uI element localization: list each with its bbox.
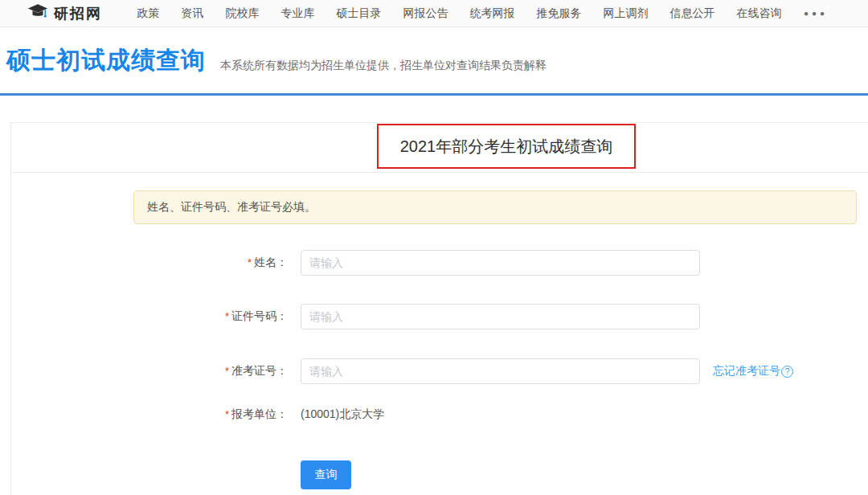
query-card: 2021年部分考生初试成绩查询 姓名、证件号码、准考证号必填。 *姓名： *证件…	[10, 122, 868, 495]
nav-item-online-consult[interactable]: 在线咨询	[737, 6, 782, 21]
forgot-ticket-link[interactable]: 忘记准考证号 ?	[713, 364, 793, 378]
red-highlight-box: 2021年部分考生初试成绩查询	[377, 124, 636, 169]
id-number-input[interactable]	[301, 304, 700, 329]
form-row-unit: *报考单位： (10001)北京大学	[11, 402, 384, 428]
query-button[interactable]: 查询	[301, 460, 351, 489]
nav-item-info-disclosure[interactable]: 信息公开	[670, 6, 715, 21]
nav-item-master-catalog[interactable]: 硕士目录	[337, 6, 382, 21]
page: 研招网 政策 资讯 院校库 专业库 硕士目录 网报公告 统考网报 推免服务 网上…	[0, 0, 868, 495]
id-number-label: *证件号码：	[11, 309, 288, 324]
ticket-number-input[interactable]	[301, 358, 700, 384]
required-asterisk: *	[225, 365, 229, 377]
site-logo[interactable]: 研招网	[27, 3, 102, 23]
required-asterisk: *	[225, 310, 229, 322]
top-nav: 研招网 政策 资讯 院校库 专业库 硕士目录 网报公告 统考网报 推免服务 网上…	[0, 0, 868, 27]
nav-more-ellipsis-icon[interactable]: ●●●	[804, 9, 828, 18]
ticket-number-label: *准考证号：	[11, 364, 288, 378]
name-label: *姓名：	[11, 256, 288, 270]
card-heading: 2021年部分考生初试成绩查询	[400, 136, 613, 158]
form-row-ticket-number: *准考证号： 忘记准考证号 ?	[11, 358, 793, 384]
required-fields-alert: 姓名、证件号码、准考证号必填。	[133, 190, 857, 224]
nav-item-policy[interactable]: 政策	[137, 6, 160, 21]
nav-menu: 政策 资讯 院校库 专业库 硕士目录 网报公告 统考网报 推免服务 网上调剂 信…	[126, 6, 828, 21]
nav-item-news[interactable]: 资讯	[182, 6, 204, 21]
name-input[interactable]	[301, 250, 700, 276]
header-divider	[0, 93, 868, 96]
nav-item-online-announcement[interactable]: 网报公告	[403, 6, 448, 21]
nav-item-online-adjustment[interactable]: 网上调剂	[604, 6, 649, 21]
page-title: 硕士初试成绩查询	[6, 44, 206, 77]
nav-item-exempt-service[interactable]: 推免服务	[537, 6, 582, 21]
required-asterisk: *	[225, 408, 229, 420]
page-header: 硕士初试成绩查询 本系统所有数据均为招生单位提供，招生单位对查询结果负责解释	[0, 27, 868, 93]
required-asterisk: *	[248, 256, 252, 268]
nav-item-unified-exam[interactable]: 统考网报	[470, 6, 515, 21]
nav-item-college-library[interactable]: 院校库	[226, 6, 260, 21]
unit-label: *报考单位：	[11, 407, 288, 422]
graduation-cap-icon	[27, 3, 48, 23]
question-circle-icon: ?	[781, 366, 793, 378]
logo-text: 研招网	[54, 4, 102, 23]
card-header: 2021年部分考生初试成绩查询	[11, 123, 868, 173]
nav-item-major-library[interactable]: 专业库	[281, 6, 315, 21]
form-row-id-number: *证件号码：	[11, 304, 700, 329]
form-row-name: *姓名：	[11, 250, 700, 276]
page-subtitle: 本系统所有数据均为招生单位提供，招生单位对查询结果负责解释	[220, 47, 547, 73]
unit-value: (10001)北京大学	[301, 407, 384, 422]
alert-text: 姓名、证件号码、准考证号必填。	[147, 200, 316, 215]
